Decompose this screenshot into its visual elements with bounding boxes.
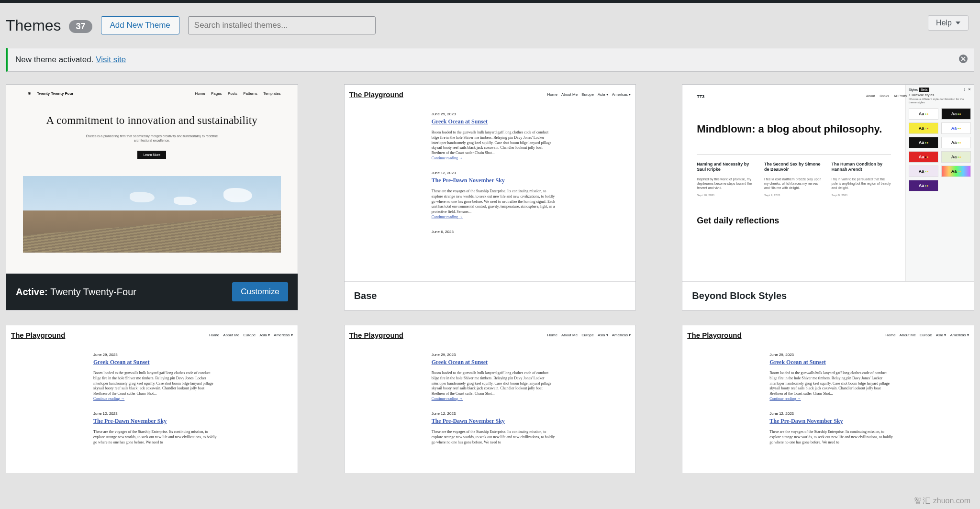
themes-grid-row2: The PlaygroundHomeAbout MeEuropeAsia ▾Am… [6,325,974,487]
chevron-down-icon [956,21,960,25]
close-icon [958,54,968,64]
theme-screenshot: TT3 AboutBooksAll Posts Mindblown: a blo… [682,85,974,281]
theme-card[interactable]: The PlaygroundHomeAbout MeEuropeAsia ▾Am… [6,325,298,473]
theme-name: Beyond Block Styles [682,281,974,310]
theme-card-base[interactable]: The Playground HomeAbout MeEuropeAsia ▾A… [344,84,636,310]
theme-card[interactable]: The PlaygroundHomeAbout MeEuropeAsia ▾Am… [344,325,636,473]
customize-button[interactable]: Customize [232,282,288,301]
theme-card[interactable]: The PlaygroundHomeAbout MeEuropeAsia ▾Am… [682,325,974,473]
theme-card-beyond-block-styles[interactable]: TT3 AboutBooksAll Posts Mindblown: a blo… [682,84,974,310]
theme-screenshot: ✳ Twenty Twenty Four Home Pages Posts Pa… [6,85,298,273]
watermark: 智汇zhuon.com [914,496,970,506]
visit-site-link[interactable]: Visit site [96,55,126,64]
notice-text: New theme activated. [15,55,96,64]
themes-grid: ✳ Twenty Twenty Four Home Pages Posts Pa… [6,84,974,325]
page-title: Themes 37 [6,17,92,34]
help-tab-button[interactable]: Help [928,15,969,31]
theme-name: Base [345,281,636,310]
activation-notice: New theme activated. Visit site [6,48,974,72]
search-themes-input[interactable] [188,16,376,34]
page-header: Themes 37 Add New Theme Help [6,3,974,48]
add-new-theme-button[interactable]: Add New Theme [101,16,179,34]
theme-screenshot: The Playground HomeAbout MeEuropeAsia ▾A… [345,85,636,281]
theme-count-badge: 37 [69,20,92,33]
dismiss-notice-button[interactable] [958,54,968,64]
theme-card-twenty-twenty-four[interactable]: ✳ Twenty Twenty Four Home Pages Posts Pa… [6,84,298,310]
